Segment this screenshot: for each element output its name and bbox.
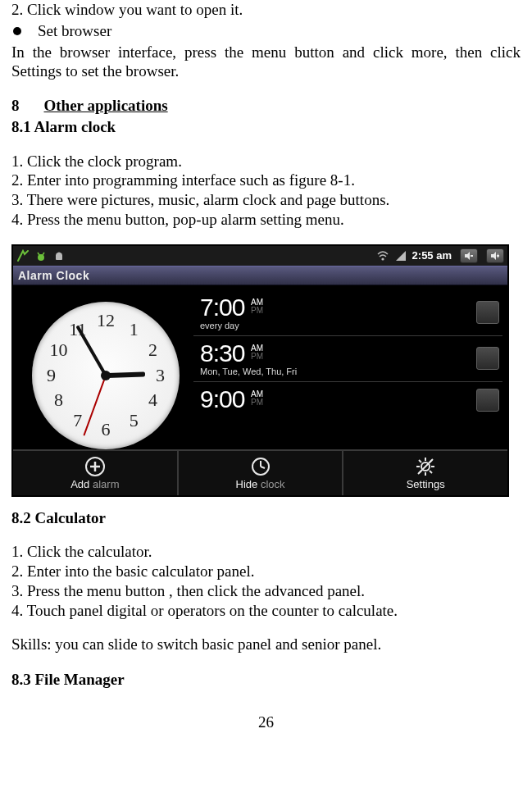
step: 2. Enter into programming interface such…	[11, 171, 521, 190]
clock-num-5: 5	[130, 412, 139, 430]
minute-hand	[75, 325, 107, 376]
step: 2. Enter into the basic calculator panel…	[11, 562, 521, 581]
skills-note: Skills: you can slide to switch basic pa…	[11, 635, 521, 654]
clock-num-2: 2	[148, 341, 157, 359]
debug-icon	[34, 249, 48, 262]
analog-clock-area: 12 1 2 3 4 5 6 7 8 9 10 11	[13, 285, 193, 449]
alarm-ampm: AMPM	[251, 390, 263, 407]
clock-num-9: 9	[47, 367, 56, 385]
analog-clock[interactable]: 12 1 2 3 4 5 6 7 8 9 10 11	[32, 302, 180, 449]
status-bar: 2:55 am	[13, 246, 507, 266]
action-label: Hide clock	[236, 479, 285, 490]
section-8-1-steps: 1. Click the clock program. 2. Enter int…	[11, 152, 521, 230]
clock-num-4: 4	[148, 391, 157, 409]
alarm-time: 9:00	[200, 385, 244, 412]
usb-icon	[16, 249, 30, 262]
svg-marker-5	[465, 252, 470, 260]
alarm-days: Mon, Tue, Wed, Thu, Fri	[200, 367, 476, 376]
bullet-label: Set browser	[38, 21, 111, 41]
section-8-3-heading: 8.3 File Manager	[11, 670, 521, 690]
step: 3. Press the menu button , then click th…	[11, 581, 521, 601]
step: 1. Click the calculator.	[11, 542, 521, 562]
step: 4. Touch panel digital or operators on t…	[11, 601, 521, 621]
action-label: Add alarm	[70, 479, 119, 490]
clock-num-8: 8	[54, 391, 63, 409]
step: 1. Click the clock program.	[11, 152, 521, 171]
svg-line-21	[419, 460, 421, 462]
clock-hide-icon	[250, 456, 271, 477]
alarm-ampm: AMPM	[251, 344, 263, 361]
signal-icon	[394, 249, 407, 262]
action-label: Settings	[407, 479, 445, 490]
volume-up-button[interactable]	[486, 248, 504, 263]
alarm-row[interactable]: 7:00 AMPM every day	[193, 290, 502, 336]
add-alarm-button[interactable]: Add alarm	[13, 451, 179, 495]
svg-marker-7	[491, 252, 496, 260]
clock-num-7: 7	[73, 412, 82, 430]
figure-8-1: 2:55 am Alarm Clock 12	[11, 244, 521, 497]
status-time: 2:55 am	[412, 250, 452, 261]
alarm-toggle-checkbox[interactable]	[476, 301, 499, 324]
app-title: Alarm Clock	[18, 270, 89, 281]
app-title-bar: Alarm Clock	[13, 266, 507, 285]
svg-line-15	[261, 467, 265, 468]
device-screenshot: 2:55 am Alarm Clock 12	[11, 244, 509, 497]
intro-step-2: 2. Click window you want to open it.	[11, 0, 521, 20]
clock-num-10: 10	[49, 341, 67, 359]
plus-circle-icon	[84, 456, 106, 477]
alarm-row[interactable]: 9:00 AMPM	[193, 382, 502, 418]
bullet-icon	[13, 27, 21, 35]
svg-line-1	[38, 253, 39, 255]
svg-line-22	[430, 471, 432, 473]
clock-hub	[101, 371, 111, 380]
hide-clock-button[interactable]: Hide clock	[179, 451, 344, 495]
alarms-list: 7:00 AMPM every day 8:30 AMPM	[193, 285, 507, 449]
alarm-row[interactable]: 8:30 AMPM Mon, Tue, Wed, Thu, Fri	[193, 336, 502, 382]
section-8-2-heading: 8.2 Calculator	[11, 508, 521, 528]
section-8-number: 8	[11, 96, 20, 116]
section-8-1-heading: 8.1 Alarm clock	[11, 117, 521, 137]
settings-button[interactable]: Settings	[343, 451, 507, 495]
clock-num-6: 6	[102, 421, 111, 439]
svg-line-2	[43, 253, 44, 255]
clock-num-1: 1	[130, 321, 139, 339]
section-8-2-steps: 1. Click the calculator. 2. Enter into t…	[11, 542, 521, 620]
step: 3. There were pictures, music, alarm clo…	[11, 190, 521, 210]
alarm-time: 7:00	[200, 294, 244, 321]
bullet-set-browser: Set browser	[11, 21, 521, 41]
volume-down-button[interactable]	[460, 248, 478, 263]
alarm-time: 8:30	[200, 339, 244, 367]
android-icon	[52, 249, 66, 262]
page-number: 26	[11, 713, 521, 732]
svg-rect-6	[471, 255, 473, 257]
section-8-heading: 8Other applications	[11, 96, 521, 116]
alarm-toggle-checkbox[interactable]	[476, 389, 499, 412]
action-bar: Add alarm Hide clock	[13, 449, 507, 495]
alarm-ampm: AMPM	[251, 298, 263, 315]
alarm-days: every day	[200, 321, 476, 330]
alarm-toggle-checkbox[interactable]	[476, 347, 499, 370]
svg-rect-9	[498, 253, 498, 257]
clock-num-3: 3	[156, 367, 165, 385]
browser-paragraph: In the browser interface, press the menu…	[11, 43, 521, 82]
hour-hand	[106, 371, 145, 378]
svg-point-4	[381, 257, 384, 260]
clock-dial: 12 1 2 3 4 5 6 7 8 9 10 11	[32, 302, 180, 449]
wifi-icon	[376, 249, 389, 262]
svg-rect-3	[56, 254, 62, 260]
section-8-title: Other applications	[44, 97, 168, 114]
svg-point-0	[38, 254, 44, 261]
gear-icon	[415, 456, 436, 477]
clock-num-12: 12	[97, 312, 115, 330]
step: 4. Press the menu button, pop-up alarm s…	[11, 210, 521, 230]
